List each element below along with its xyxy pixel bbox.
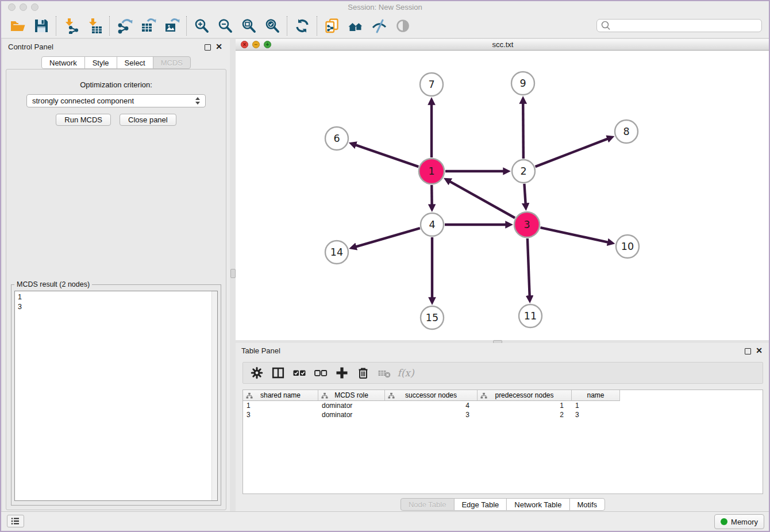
node-table[interactable]: shared nameMCDS rolesuccessor nodesprede… [242,390,763,494]
network-view-window: × − + scc.txt 7968124314101511 [236,39,770,340]
memory-button[interactable]: Memory [714,514,764,529]
home-icon [348,18,364,34]
node-label-2: 2 [520,165,526,177]
search-box[interactable] [596,19,762,32]
zoom-selected-button[interactable] [260,15,284,37]
column-header-MCDS-role[interactable]: MCDS role [318,390,385,401]
export-image-button[interactable] [160,15,183,37]
add-column-button[interactable] [334,364,350,381]
hide-panel-button[interactable] [367,15,391,37]
eye-toggle-icon [395,18,411,34]
mcds-result-text: 1 3 [15,291,217,313]
select-all-checkboxes-button[interactable] [291,364,307,381]
delete-column-icon [356,366,370,380]
table-cell: 3 [385,411,478,419]
close-table-panel-icon[interactable]: ✕ [756,347,763,354]
save-session-icon [33,18,49,34]
open-session-button[interactable] [6,15,29,37]
mcds-result-group: MCDS result (2 nodes) 1 3 [11,284,221,506]
search-icon [600,20,611,31]
edge-4-14[interactable] [356,228,420,246]
hide-panel-icon [371,18,387,34]
delete-table-button [376,364,392,381]
network-window-title: scc.txt [236,40,770,49]
tab-mcds[interactable]: MCDS [153,56,191,69]
toolbar-separator [317,16,317,36]
tab-select[interactable]: Select [117,56,153,69]
mcds-result-title: MCDS result (2 nodes) [14,280,92,288]
node-label-4: 4 [429,219,435,230]
delete-column-button[interactable] [355,364,371,381]
run-mcds-button[interactable]: Run MCDS [56,114,111,126]
zoom-in-button[interactable] [190,15,213,37]
network-canvas[interactable]: 7968124314101511 [236,51,770,340]
import-network-button[interactable] [59,15,83,37]
optimization-criterion-select[interactable]: strongly connected component [26,94,206,107]
zoom-in-icon [194,18,210,34]
task-history-button[interactable] [7,515,24,527]
export-table-button[interactable] [136,15,160,37]
export-network-button[interactable] [113,15,136,37]
edge-2-8[interactable] [536,139,608,167]
save-session-button[interactable] [29,15,53,37]
home-button[interactable] [344,15,367,37]
edge-3-1[interactable] [450,182,515,218]
clone-network-button[interactable] [320,15,344,37]
select-all-checkboxes-icon [292,366,306,380]
table-settings-button[interactable] [249,364,265,381]
float-table-panel-icon[interactable] [745,348,751,354]
optimization-criterion-value: strongly connected component [32,97,134,105]
mcds-result-box[interactable]: 1 3 [14,291,218,501]
eye-toggle-button [391,15,414,37]
table-type-tabs: Node TableEdge TableNetwork TableMotifs [401,498,605,511]
tab-node-table[interactable]: Node Table [401,498,455,511]
export-table-icon [140,18,156,34]
table-cell: 3 [572,411,620,419]
table-row[interactable]: 3dominator323 [243,410,763,419]
vertical-splitter-handle[interactable] [230,269,236,278]
node-label-10: 10 [621,241,634,252]
edge-3-11[interactable] [528,238,530,296]
application-window: Session: New Session Control Panel ✕ Net… [0,0,770,532]
edge-2-3[interactable] [524,184,525,203]
tab-network-table[interactable]: Network Table [506,498,569,511]
table-settings-icon [250,366,264,380]
network-graph[interactable]: 7968124314101511 [236,51,770,340]
import-table-icon [87,18,103,34]
node-label-14: 14 [330,246,343,258]
tab-edge-table[interactable]: Edge Table [453,498,507,511]
node-label-3: 3 [523,219,530,230]
edge-2-9[interactable] [523,103,523,159]
deselect-all-checkboxes-icon [314,366,328,380]
close-panel-icon[interactable]: ✕ [215,43,222,51]
refresh-button[interactable] [290,15,314,37]
edge-1-6[interactable] [356,145,418,167]
tab-motifs[interactable]: Motifs [569,498,605,511]
float-panel-icon[interactable] [205,44,211,51]
toolbar-separator [56,16,56,36]
result-scrollbar[interactable] [211,291,217,500]
list-icon [10,516,21,526]
show-columns-button[interactable] [270,364,286,381]
table-cell: 4 [385,402,478,410]
zoom-fit-button[interactable] [237,15,260,37]
table-row[interactable]: 1dominator411 [243,401,763,410]
node-label-8: 8 [623,126,629,137]
node-label-9: 9 [519,78,526,89]
column-header-predecessor-nodes[interactable]: predecessor nodes [478,390,572,401]
zoom-out-button[interactable] [213,15,237,37]
zoom-selected-icon [264,18,280,34]
control-panel-tabs: NetworkStyleSelectMCDS [41,56,191,69]
edge-3-10[interactable] [540,228,607,242]
column-header-name[interactable]: name [572,390,620,401]
tab-style[interactable]: Style [84,56,117,69]
close-panel-button[interactable]: Close panel [120,114,176,126]
delete-table-icon [378,366,391,380]
import-table-button[interactable] [83,15,106,37]
tab-network[interactable]: Network [41,56,85,69]
deselect-all-checkboxes-button[interactable] [313,364,329,381]
control-panel: Control Panel ✕ NetworkStyleSelectMCDS O… [2,39,230,511]
column-header-successor-nodes[interactable]: successor nodes [385,390,478,401]
search-input[interactable] [611,20,761,32]
column-header-shared-name[interactable]: shared name [243,390,318,401]
